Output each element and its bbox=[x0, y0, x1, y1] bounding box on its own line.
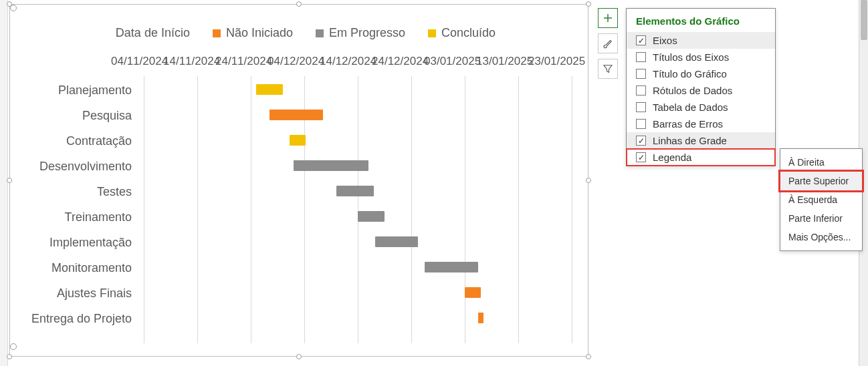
x-tick: 14/12/2024 bbox=[320, 55, 372, 68]
submenu-item-mais-opcoes[interactable]: Mais Opções... bbox=[780, 228, 862, 246]
resize-handle[interactable] bbox=[586, 1, 591, 7]
chart-elements-button[interactable] bbox=[598, 8, 618, 28]
bar-em-progresso[interactable] bbox=[425, 262, 478, 272]
bar-nao-iniciado[interactable] bbox=[269, 110, 323, 120]
popup-item-titulos-eixos[interactable]: Títulos dos Eixos bbox=[627, 49, 775, 65]
y-category: Testes bbox=[10, 182, 144, 207]
x-tick: 13/01/2025 bbox=[476, 55, 528, 68]
chart-tools bbox=[598, 8, 621, 84]
x-tick: 04/11/2024 bbox=[111, 55, 163, 68]
legend-swatch-orange bbox=[213, 29, 221, 37]
popup-item-label: Legenda bbox=[653, 152, 691, 163]
gridline bbox=[518, 76, 519, 343]
resize-handle[interactable] bbox=[7, 1, 12, 7]
popup-title: Elementos do Gráfico bbox=[627, 9, 775, 32]
bar-em-progresso[interactable] bbox=[358, 211, 385, 222]
gridline bbox=[572, 76, 572, 343]
x-tick: 03/01/2025 bbox=[424, 55, 476, 68]
y-category: Entrega do Projeto bbox=[10, 309, 144, 334]
resize-handle[interactable] bbox=[7, 354, 12, 359]
y-category: Desenvolvimento bbox=[10, 156, 144, 182]
checkbox-icon[interactable] bbox=[636, 102, 646, 112]
submenu-item-direita[interactable]: À Direita bbox=[780, 153, 862, 172]
checkbox-icon[interactable] bbox=[636, 52, 646, 62]
legend-label: Data de Início bbox=[116, 26, 190, 40]
checkbox-icon[interactable] bbox=[636, 152, 646, 162]
popup-item-linhas-grade[interactable]: Linhas de Grade bbox=[627, 132, 775, 149]
popup-item-titulo-grafico[interactable]: Título do Gráfico bbox=[627, 65, 775, 82]
popup-item-label: Eixos bbox=[653, 35, 677, 46]
x-axis[interactable]: 04/11/2024 14/11/2024 24/11/2024 04/12/2… bbox=[10, 55, 588, 68]
spreadsheet-row-headers bbox=[0, 0, 8, 366]
gridline bbox=[411, 76, 412, 343]
x-tick: 14/11/2024 bbox=[163, 55, 215, 68]
popup-item-label: Tabela de Dados bbox=[653, 102, 728, 113]
x-tick: 24/11/2024 bbox=[215, 55, 267, 68]
bar-concluido[interactable] bbox=[290, 135, 306, 146]
submenu-item-inferior[interactable]: Parte Inferior bbox=[780, 209, 862, 228]
popup-item-tabela-dados[interactable]: Tabela de Dados bbox=[627, 99, 775, 116]
resize-handle[interactable] bbox=[296, 1, 302, 7]
checkbox-icon[interactable] bbox=[636, 136, 646, 146]
funnel-icon bbox=[602, 63, 614, 75]
popup-item-barras-erros[interactable]: Barras de Erros bbox=[627, 116, 775, 132]
chart-object[interactable]: Data de Início Não Iniciado Em Progresso… bbox=[9, 4, 588, 357]
checkbox-icon[interactable] bbox=[636, 85, 646, 96]
chart-filters-button[interactable] bbox=[598, 59, 618, 79]
x-tick: 24/12/2024 bbox=[372, 55, 424, 68]
gridline bbox=[358, 76, 358, 343]
bar-nao-iniciado[interactable] bbox=[478, 313, 483, 323]
popup-item-label: Rótulos de Dados bbox=[653, 85, 732, 96]
legend-item[interactable]: Em Progresso bbox=[316, 26, 405, 40]
x-tick: 23/01/2025 bbox=[528, 55, 580, 68]
resize-handle[interactable] bbox=[586, 178, 591, 183]
chart-legend[interactable]: Data de Início Não Iniciado Em Progresso… bbox=[10, 5, 588, 40]
plus-icon bbox=[602, 12, 614, 24]
y-category: Ajustes Finais bbox=[10, 283, 144, 309]
y-category: Contratação bbox=[10, 131, 144, 156]
submenu-item-superior[interactable]: Parte Superior bbox=[780, 172, 862, 190]
popup-item-legenda[interactable]: Legenda▸ bbox=[627, 149, 775, 166]
resize-handle[interactable] bbox=[296, 354, 302, 359]
plot-area[interactable]: Planejamento Pesquisa Contratação Desenv… bbox=[144, 76, 572, 343]
chart-styles-button[interactable] bbox=[598, 33, 618, 53]
brush-icon bbox=[602, 37, 614, 49]
legend-position-submenu[interactable]: À Direita Parte Superior À Esquerda Part… bbox=[780, 148, 863, 251]
popup-item-rotulos-dados[interactable]: Rótulos de Dados bbox=[627, 82, 775, 99]
y-category: Treinamento bbox=[10, 207, 144, 232]
gridline bbox=[144, 76, 144, 343]
checkbox-icon[interactable] bbox=[636, 35, 646, 45]
bar-em-progresso[interactable] bbox=[336, 186, 374, 196]
popup-item-eixos[interactable]: Eixos bbox=[627, 32, 775, 49]
legend-label: Em Progresso bbox=[329, 26, 405, 40]
chart-elements-popup[interactable]: Elementos do Gráfico Eixos Títulos dos E… bbox=[626, 8, 776, 166]
popup-item-label: Barras de Erros bbox=[653, 118, 723, 130]
legend-swatch-transparent bbox=[102, 29, 110, 37]
bar-concluido[interactable] bbox=[256, 84, 283, 95]
popup-item-label: Títulos dos Eixos bbox=[653, 51, 729, 63]
bar-em-progresso[interactable] bbox=[375, 236, 418, 247]
gridline bbox=[251, 76, 251, 343]
bar-em-progresso[interactable] bbox=[294, 160, 368, 171]
legend-item[interactable]: Não Iniciado bbox=[213, 26, 293, 40]
gridline bbox=[197, 76, 198, 343]
submenu-item-esquerda[interactable]: À Esquerda bbox=[780, 190, 862, 209]
y-category: Planejamento bbox=[10, 80, 144, 106]
checkbox-icon[interactable] bbox=[636, 119, 646, 129]
legend-swatch-gray bbox=[316, 29, 324, 37]
y-category: Implementação bbox=[10, 232, 144, 258]
popup-item-label: Título do Gráfico bbox=[653, 68, 727, 79]
legend-swatch-yellow bbox=[428, 29, 436, 37]
y-category: Monitoramento bbox=[10, 258, 144, 283]
resize-handle[interactable] bbox=[586, 354, 591, 359]
scrollbar-thumb[interactable] bbox=[861, 0, 867, 40]
legend-item[interactable]: Concluído bbox=[428, 26, 496, 40]
legend-label: Concluído bbox=[441, 26, 496, 40]
bar-nao-iniciado[interactable] bbox=[465, 287, 481, 298]
x-tick: 04/12/2024 bbox=[267, 55, 320, 68]
popup-item-label: Linhas de Grade bbox=[653, 135, 727, 146]
legend-label: Não Iniciado bbox=[226, 26, 293, 40]
checkbox-icon[interactable] bbox=[636, 69, 646, 79]
gridline bbox=[465, 76, 465, 343]
legend-item[interactable]: Data de Início bbox=[102, 26, 190, 40]
